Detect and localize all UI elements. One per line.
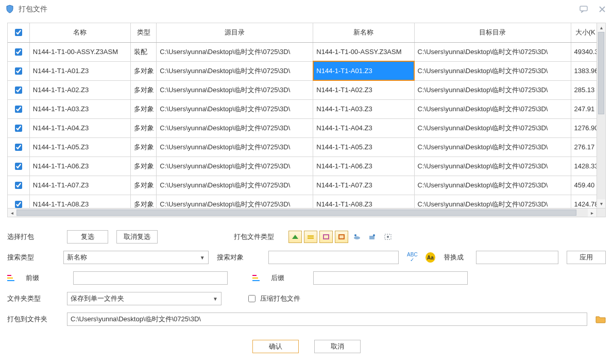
scroll-left-icon[interactable]: ◂ [8, 209, 16, 217]
pack-type-7-icon[interactable] [381, 231, 395, 243]
cell-newname[interactable]: N144-1-T1-A01.Z3 [313, 61, 414, 80]
replace-to-input[interactable] [476, 251, 558, 264]
cell-newname[interactable]: N144-1-T1-00-ASSY.Z3ASM [313, 42, 414, 61]
row-checkbox-cell[interactable] [8, 118, 29, 137]
pack-type-6-icon[interactable] [366, 231, 379, 243]
scroll-right-icon[interactable]: ▸ [588, 209, 597, 217]
row-checkbox[interactable] [15, 67, 22, 75]
cell-newname[interactable]: N144-1-T1-A04.Z3 [313, 118, 414, 137]
folder-type-select[interactable]: 保存到单一文件夹 ▼ [67, 292, 222, 305]
row-checkbox[interactable] [15, 48, 22, 56]
row-checkbox[interactable] [15, 86, 22, 94]
cell-dstdir[interactable]: C:\Users\yunna\Desktop\临时文件\0725\3D\ [414, 176, 571, 195]
cell-newname[interactable]: N144-1-T1-A06.Z3 [313, 157, 414, 176]
cell-size[interactable]: 459.40 [571, 176, 597, 195]
cell-srcdir[interactable]: C:\Users\yunna\Desktop\临时文件\0725\3D\ [157, 80, 313, 99]
pack-type-5-icon[interactable] [350, 231, 364, 243]
pack-type-4-icon[interactable] [335, 231, 348, 243]
cell-type[interactable]: 多对象 [131, 61, 157, 80]
match-whole-icon[interactable]: Aa [425, 252, 435, 263]
prefix-input[interactable] [73, 271, 228, 285]
cell-newname[interactable]: N144-1-T1-A07.Z3 [313, 176, 414, 195]
cell-size[interactable]: 1383.96 [571, 61, 597, 80]
browse-folder-icon[interactable] [595, 315, 606, 324]
feedback-icon[interactable] [578, 5, 589, 14]
table-row[interactable]: N144-1-T1-A01.Z3多对象C:\Users\yunna\Deskto… [8, 61, 597, 80]
cell-name[interactable]: N144-1-T1-A07.Z3 [29, 176, 130, 195]
col-header-size[interactable]: 大小(K [571, 23, 597, 42]
row-checkbox-cell[interactable] [8, 157, 29, 176]
ok-button[interactable]: 确认 [252, 340, 299, 353]
row-checkbox-cell[interactable] [8, 80, 29, 99]
cell-type[interactable]: 装配 [131, 42, 157, 61]
cell-size[interactable]: 1424.78 [571, 195, 597, 208]
row-checkbox-cell[interactable] [8, 176, 29, 195]
header-checkbox-cell[interactable] [8, 23, 29, 42]
cell-name[interactable]: N144-1-T1-A08.Z3 [29, 195, 130, 208]
cell-type[interactable]: 多对象 [131, 118, 157, 137]
cell-size[interactable]: 1276.90 [571, 118, 597, 137]
cell-srcdir[interactable]: C:\Users\yunna\Desktop\临时文件\0725\3D\ [157, 118, 313, 137]
cell-type[interactable]: 多对象 [131, 195, 157, 208]
cell-dstdir[interactable]: C:\Users\yunna\Desktop\临时文件\0725\3D\ [414, 195, 571, 208]
cell-type[interactable]: 多对象 [131, 176, 157, 195]
cell-name[interactable]: N144-1-T1-00-ASSY.Z3ASM [29, 42, 130, 61]
close-icon[interactable] [597, 5, 608, 14]
pack-type-1-icon[interactable] [288, 231, 302, 243]
pack-type-2-icon[interactable] [304, 231, 317, 243]
table-row[interactable]: N144-1-T1-A03.Z3多对象C:\Users\yunna\Deskto… [8, 99, 597, 118]
cell-name[interactable]: N144-1-T1-A01.Z3 [29, 61, 130, 80]
pack-to-input[interactable] [67, 313, 587, 326]
col-header-newname[interactable]: 新名称 [313, 23, 414, 42]
cell-srcdir[interactable]: C:\Users\yunna\Desktop\临时文件\0725\3D\ [157, 99, 313, 118]
col-header-srcdir[interactable]: 源目录 [157, 23, 313, 42]
reselect-button[interactable]: 复选 [67, 230, 108, 244]
cell-name[interactable]: N144-1-T1-A04.Z3 [29, 118, 130, 137]
table-row[interactable]: N144-1-T1-A07.Z3多对象C:\Users\yunna\Deskto… [8, 176, 597, 195]
cell-type[interactable]: 多对象 [131, 99, 157, 118]
cell-newname[interactable]: N144-1-T1-A03.Z3 [313, 99, 414, 118]
search-type-select[interactable]: 新名称 ▼ [63, 251, 208, 264]
cell-srcdir[interactable]: C:\Users\yunna\Desktop\临时文件\0725\3D\ [157, 176, 313, 195]
table-row[interactable]: N144-1-T1-A05.Z3多对象C:\Users\yunna\Deskto… [8, 137, 597, 157]
table-row[interactable]: N144-1-T1-A06.Z3多对象C:\Users\yunna\Deskto… [8, 157, 597, 176]
cell-dstdir[interactable]: C:\Users\yunna\Desktop\临时文件\0725\3D\ [414, 137, 571, 157]
cell-size[interactable]: 247.91 [571, 99, 597, 118]
scroll-h-thumb[interactable] [16, 210, 576, 216]
col-header-type[interactable]: 类型 [131, 23, 157, 42]
scroll-v-thumb[interactable] [598, 32, 604, 114]
cancel-reselect-button[interactable]: 取消复选 [116, 230, 158, 244]
row-checkbox[interactable] [15, 144, 22, 151]
row-checkbox-cell[interactable] [8, 42, 29, 61]
cell-srcdir[interactable]: C:\Users\yunna\Desktop\临时文件\0725\3D\ [157, 195, 313, 208]
apply-button[interactable]: 应用 [567, 251, 606, 264]
match-case-abc-icon[interactable]: ABC✓ [407, 252, 417, 263]
horizontal-scrollbar[interactable]: ◂ ▸ [8, 208, 597, 217]
cell-dstdir[interactable]: C:\Users\yunna\Desktop\临时文件\0725\3D\ [414, 99, 571, 118]
cell-srcdir[interactable]: C:\Users\yunna\Desktop\临时文件\0725\3D\ [157, 42, 313, 61]
cell-name[interactable]: N144-1-T1-A05.Z3 [29, 137, 130, 157]
row-checkbox-cell[interactable] [8, 195, 29, 208]
row-checkbox[interactable] [15, 106, 22, 113]
row-checkbox[interactable] [15, 201, 22, 208]
scroll-h-track[interactable] [16, 209, 588, 217]
select-all-checkbox[interactable] [15, 29, 22, 36]
cell-srcdir[interactable]: C:\Users\yunna\Desktop\临时文件\0725\3D\ [157, 137, 313, 157]
cell-type[interactable]: 多对象 [131, 157, 157, 176]
table-row[interactable]: N144-1-T1-A08.Z3多对象C:\Users\yunna\Deskto… [8, 195, 597, 208]
row-checkbox[interactable] [15, 163, 22, 170]
search-obj-input[interactable] [268, 251, 399, 264]
row-checkbox-cell[interactable] [8, 137, 29, 157]
zip-checkbox[interactable] [248, 295, 256, 302]
scroll-down-icon[interactable]: ▾ [597, 199, 605, 208]
cell-dstdir[interactable]: C:\Users\yunna\Desktop\临时文件\0725\3D\ [414, 80, 571, 99]
cell-name[interactable]: N144-1-T1-A06.Z3 [29, 157, 130, 176]
col-header-dstdir[interactable]: 目标目录 [414, 23, 571, 42]
cell-newname[interactable]: N144-1-T1-A05.Z3 [313, 137, 414, 157]
cell-name[interactable]: N144-1-T1-A02.Z3 [29, 80, 130, 99]
suffix-input[interactable] [313, 271, 468, 285]
cell-size[interactable]: 276.17 [571, 137, 597, 157]
cell-dstdir[interactable]: C:\Users\yunna\Desktop\临时文件\0725\3D\ [414, 42, 571, 61]
scroll-up-icon[interactable]: ▴ [597, 23, 605, 32]
cell-dstdir[interactable]: C:\Users\yunna\Desktop\临时文件\0725\3D\ [414, 157, 571, 176]
